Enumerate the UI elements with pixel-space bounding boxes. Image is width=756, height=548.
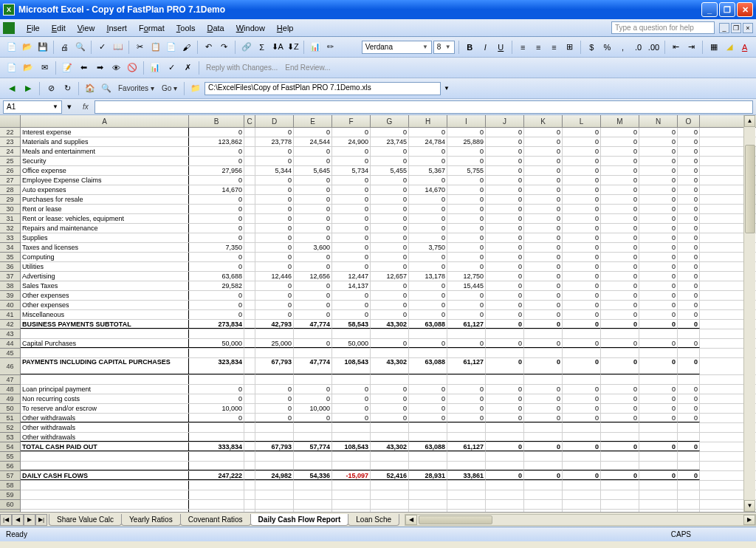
cell[interactable]: Materials and supplies xyxy=(21,137,189,146)
cell[interactable]: 0 xyxy=(678,205,700,213)
cell[interactable] xyxy=(639,423,678,432)
cell[interactable]: 0 xyxy=(524,224,563,233)
cell[interactable] xyxy=(371,349,409,357)
cell[interactable] xyxy=(409,329,447,338)
cell[interactable] xyxy=(601,462,639,470)
grid-row[interactable]: DAILY CASH FLOWS247,22224,98254,336-15,0… xyxy=(21,471,756,481)
cell[interactable]: 0 xyxy=(524,195,563,204)
cell[interactable] xyxy=(244,414,255,422)
vertical-scrollbar[interactable]: ▲ ▼ xyxy=(743,128,755,512)
cell[interactable]: 0 xyxy=(524,233,563,242)
cell[interactable] xyxy=(21,500,189,509)
cell[interactable] xyxy=(332,329,371,338)
cell[interactable]: 0 xyxy=(601,243,639,252)
cell[interactable]: 0 xyxy=(371,176,409,185)
cell[interactable]: 0 xyxy=(524,320,563,329)
cell[interactable]: 0 xyxy=(524,310,563,319)
cell[interactable] xyxy=(244,404,255,413)
cell[interactable]: 0 xyxy=(447,214,486,223)
col-header-F[interactable]: F xyxy=(332,115,371,127)
grid-row[interactable] xyxy=(21,490,756,500)
cell[interactable]: 0 xyxy=(678,272,700,281)
cell[interactable]: 47,774 xyxy=(294,320,332,329)
cell[interactable] xyxy=(486,375,524,384)
cell[interactable]: 0 xyxy=(678,262,700,271)
cell[interactable] xyxy=(678,433,700,442)
cell[interactable]: 0 xyxy=(255,195,294,204)
cell[interactable]: 0 xyxy=(524,147,563,156)
grid-row[interactable]: Supplies0000000000000 xyxy=(21,233,756,243)
cell[interactable] xyxy=(332,500,371,509)
cell[interactable]: 0 xyxy=(447,205,486,213)
cell[interactable]: 0 xyxy=(294,394,332,403)
cell[interactable] xyxy=(486,510,524,512)
cell[interactable] xyxy=(244,490,255,499)
cell[interactable] xyxy=(189,510,244,512)
refresh-icon[interactable]: ↻ xyxy=(60,81,75,96)
cell[interactable] xyxy=(371,481,409,490)
cell[interactable]: 0 xyxy=(371,404,409,413)
cell[interactable] xyxy=(524,375,563,384)
grid-row[interactable]: Other withdrawals xyxy=(21,433,756,442)
cell[interactable]: 50,000 xyxy=(332,339,371,348)
cell[interactable]: 0 xyxy=(639,339,678,348)
cell[interactable]: Other withdrawals xyxy=(21,423,189,432)
row-header[interactable]: 50 xyxy=(0,404,20,414)
cell[interactable] xyxy=(21,452,189,461)
cell[interactable] xyxy=(244,195,255,204)
cell[interactable]: 33,861 xyxy=(447,471,486,480)
menu-format[interactable]: Format xyxy=(133,21,171,35)
cell[interactable] xyxy=(189,433,244,442)
cell[interactable]: 0 xyxy=(294,310,332,319)
borders-icon[interactable]: ▦ xyxy=(707,40,721,55)
cell[interactable]: 0 xyxy=(524,243,563,252)
cell[interactable] xyxy=(244,157,255,165)
grid-row[interactable]: Office expense27,9565,3445,6455,7345,455… xyxy=(21,166,756,176)
cell[interactable]: 0 xyxy=(486,404,524,413)
cell[interactable] xyxy=(639,349,678,357)
grid-row[interactable]: Employee Expense Claims0000000000000 xyxy=(21,176,756,185)
cell[interactable]: 0 xyxy=(409,262,447,271)
cell[interactable] xyxy=(255,510,294,512)
cell[interactable] xyxy=(678,510,700,512)
cell[interactable]: 3,750 xyxy=(409,243,447,252)
row-header[interactable]: 25 xyxy=(0,157,20,166)
cell[interactable]: 0 xyxy=(563,272,601,281)
mdi-close-button[interactable]: × xyxy=(743,23,753,33)
cell[interactable]: 0 xyxy=(639,471,678,480)
cell[interactable] xyxy=(332,452,371,461)
cell[interactable]: 0 xyxy=(524,358,563,374)
menu-data[interactable]: Data xyxy=(201,21,230,35)
cell[interactable]: 0 xyxy=(639,310,678,319)
search-web-icon[interactable]: 🔍 xyxy=(99,81,114,96)
cell[interactable]: 0 xyxy=(486,301,524,309)
cell[interactable]: 0 xyxy=(255,185,294,194)
cell[interactable]: 0 xyxy=(294,291,332,300)
cell[interactable]: 14,670 xyxy=(189,185,244,194)
cell[interactable] xyxy=(189,452,244,461)
cell[interactable]: 0 xyxy=(409,147,447,156)
cell[interactable]: 61,127 xyxy=(447,358,486,374)
cell[interactable]: 0 xyxy=(294,185,332,194)
cell[interactable]: 0 xyxy=(447,195,486,204)
cell[interactable]: 0 xyxy=(255,310,294,319)
cell[interactable]: 0 xyxy=(678,291,700,300)
cell[interactable] xyxy=(244,358,255,374)
cell[interactable] xyxy=(409,423,447,432)
cell[interactable]: 0 xyxy=(486,176,524,185)
grid-row[interactable]: Repairs and maintenance0000000000000 xyxy=(21,224,756,233)
cell[interactable]: 12,750 xyxy=(447,272,486,281)
cell[interactable]: 0 xyxy=(255,224,294,233)
grid-row[interactable]: Miscellaneous0000000000000 xyxy=(21,310,756,320)
grid-row[interactable]: Meals and entertainment0000000000000 xyxy=(21,147,756,157)
cell[interactable]: 0 xyxy=(601,385,639,394)
cell[interactable]: 0 xyxy=(409,310,447,319)
cell[interactable]: 0 xyxy=(563,301,601,309)
cell[interactable]: 0 xyxy=(678,157,700,165)
cell[interactable]: 0 xyxy=(189,128,244,137)
cell[interactable]: Rent or lease xyxy=(21,205,189,213)
cell[interactable]: 0 xyxy=(486,339,524,348)
cell[interactable]: 0 xyxy=(524,291,563,300)
increase-decimal-icon[interactable]: .0 xyxy=(631,40,645,55)
cell[interactable]: 47,774 xyxy=(294,358,332,374)
